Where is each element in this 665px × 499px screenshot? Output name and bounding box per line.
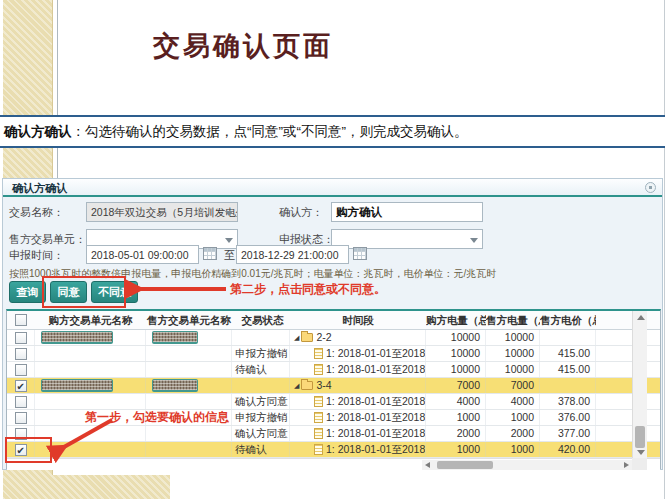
header-checkbox-cell [7, 311, 35, 329]
column-header: 售方电价（总） [540, 311, 596, 329]
price-cell [540, 330, 596, 345]
seller-unit-cell [146, 330, 232, 345]
document-icon [314, 364, 323, 375]
buy-qty-cell: 7000 [426, 378, 486, 393]
seller-unit-cell [146, 362, 232, 377]
period-cell: 1: 2018-01-01至2018-12-31 [290, 442, 426, 457]
column-header: 交易状态 [232, 311, 290, 329]
chevron-down-icon [470, 238, 478, 243]
vertical-scroll-thumb[interactable] [635, 426, 645, 448]
instruction-banner: 确认方确认：勾选待确认的交易数据，点“同意”或“不同意”，则完成交易确认。 [0, 115, 665, 148]
row-checkbox[interactable] [15, 380, 27, 392]
row-checkbox[interactable] [15, 348, 27, 360]
scroll-right-icon[interactable] [624, 462, 629, 468]
declare-status-select[interactable] [331, 229, 483, 249]
column-header: 购方电量（总） [426, 311, 486, 329]
table-footer [7, 458, 660, 470]
period-cell: 1: 2018-01-01至2018-12-31 [290, 346, 426, 361]
sell-qty-cell: 10000 [486, 330, 540, 345]
select-all-checkbox[interactable] [15, 314, 27, 326]
calendar-icon[interactable] [353, 247, 367, 260]
censored-buyer-name [41, 379, 113, 392]
buy-qty-cell: 2000 [426, 426, 486, 441]
price-cell: 420.00 [540, 442, 596, 457]
confirm-party-label: 确认方： [279, 205, 323, 220]
price-cell: 376.00 [540, 410, 596, 425]
seller-unit-cell [146, 394, 232, 409]
folder-icon [301, 381, 313, 390]
filler-cell [596, 330, 632, 345]
table-row[interactable]: 待确认1: 2018-01-01至2018-12-311000010000415… [7, 362, 660, 378]
expand-icon[interactable]: ◢ [294, 378, 299, 393]
sell-qty-cell: 1000 [486, 410, 540, 425]
panel-title: 确认方确认 [12, 181, 67, 196]
status-cell [232, 378, 290, 393]
price-cell: 377.00 [540, 426, 596, 441]
document-icon [314, 428, 323, 439]
table-row[interactable]: 申报方撤销1: 2018-01-01至2018-12-3110000100004… [7, 346, 660, 362]
table-row[interactable]: ◢3-470007000 [7, 378, 660, 394]
price-cell: 415.00 [540, 362, 596, 377]
column-header: 购方交易单元名称 [35, 311, 146, 329]
sell-qty-cell: 2000 [486, 426, 540, 441]
table-row[interactable]: ◢2-21000010000 [7, 330, 660, 346]
buyer-unit-cell [35, 362, 146, 377]
trade-name-value: 2018年双边交易（5月培训发电企 [91, 206, 238, 218]
step1-annotation: 第一步，勾选要确认的信息 [85, 409, 229, 426]
horizontal-scrollbar[interactable] [422, 460, 632, 470]
filler-cell [596, 426, 632, 441]
buyer-unit-cell [35, 330, 146, 345]
checkbox-cell [7, 330, 35, 345]
confirm-panel: 确认方确认 交易名称： 2018年双边交易（5月培训发电企 确认方： 售方交易单… [2, 178, 663, 470]
scroll-left-icon[interactable] [425, 462, 430, 468]
status-cell: 待确认 [232, 362, 290, 377]
scroll-up-icon[interactable] [637, 315, 645, 320]
buy-qty-cell: 10000 [426, 362, 486, 377]
table-row[interactable]: 确认方同意1: 2018-01-01至2018-12-3120002000377… [7, 426, 660, 442]
trade-name-label: 交易名称： [9, 205, 64, 220]
trade-name-select[interactable]: 2018年双边交易（5月培训发电企 [86, 202, 238, 222]
confirm-party-input[interactable] [331, 202, 483, 222]
time-to-input[interactable] [236, 245, 349, 264]
row-checkbox[interactable] [15, 332, 27, 344]
filler-cell [596, 442, 632, 457]
filler-cell [596, 346, 632, 361]
chevron-down-icon [225, 211, 233, 216]
price-cell: 415.00 [540, 346, 596, 361]
checkbox-cell [7, 362, 35, 377]
query-button[interactable]: 查询 [9, 281, 46, 303]
calendar-icon[interactable] [203, 247, 217, 260]
period-label: 1: 2018-01-01至2018-12-31 [326, 411, 426, 423]
table-row[interactable]: 确认方同意1: 2018-01-01至2018-12-3140004000378… [7, 394, 660, 410]
row-checkbox[interactable] [15, 364, 27, 376]
row-checkbox[interactable] [15, 412, 27, 424]
filler-cell [596, 410, 632, 425]
vertical-scrollbar[interactable] [632, 311, 647, 458]
period-cell: 1: 2018-01-01至2018-12-31 [290, 362, 426, 377]
close-icon[interactable] [645, 182, 656, 193]
horizontal-scroll-thumb[interactable] [437, 461, 493, 469]
censored-buyer-name [41, 331, 113, 344]
censored-seller-name [152, 331, 198, 344]
time-from-input[interactable] [86, 245, 199, 264]
expand-icon[interactable]: ◢ [294, 330, 299, 345]
column-header: 售方电量（总） [486, 311, 540, 329]
status-cell: 待确认 [232, 442, 290, 457]
sell-qty-cell: 10000 [486, 362, 540, 377]
step1-highlight-box [5, 437, 52, 463]
row-checkbox[interactable] [15, 396, 27, 408]
period-cell: 1: 2018-01-01至2018-12-31 [290, 410, 426, 425]
group-label: 2-2 [316, 331, 331, 343]
censored-seller-name [152, 379, 198, 392]
sell-qty-cell: 4000 [486, 394, 540, 409]
buy-qty-cell: 1000 [426, 442, 486, 457]
period-cell: ◢2-2 [290, 330, 426, 345]
price-cell: 378.00 [540, 394, 596, 409]
table-row[interactable]: 待确认1: 2018-01-01至2018-12-3110001000420.0… [7, 442, 660, 458]
step2-highlight-box [42, 276, 126, 308]
checkbox-cell [7, 378, 35, 393]
declare-time-label: 申报时间： [9, 248, 64, 263]
slide-divider-line [57, 0, 58, 178]
seller-unit-label: 售方交易单元： [9, 232, 86, 247]
scroll-down-icon[interactable] [637, 450, 645, 455]
